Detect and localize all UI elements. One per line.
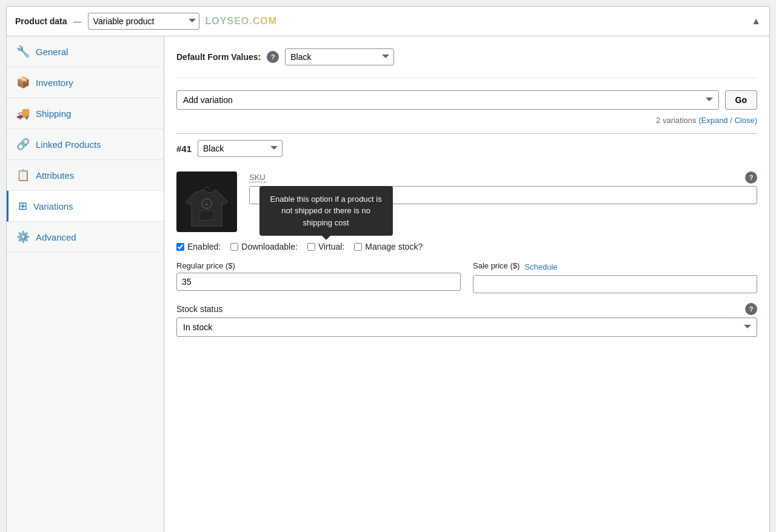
virtual-checkbox[interactable] — [307, 243, 315, 251]
default-form-values-row: Default Form Values: ? Black White Red — [176, 48, 757, 78]
sidebar-item-linked-products[interactable]: 🔗 Linked Products — [7, 129, 164, 160]
sidebar-item-label-linked-products: Linked Products — [36, 139, 101, 150]
stock-status-select[interactable]: In stock Out of stock On backorder — [176, 318, 757, 337]
stock-status-row: Stock status ? In stock Out of stock On … — [176, 303, 757, 337]
sidebar-item-label-variations: Variations — [33, 201, 73, 211]
sidebar-item-attributes[interactable]: 📋 Attributes — [7, 160, 164, 191]
expand-close-link[interactable]: (Expand / Close) — [698, 116, 757, 125]
stock-status-header: Stock status ? — [176, 303, 757, 315]
sidebar-item-general[interactable]: 🔧 General — [7, 36, 164, 67]
shipping-icon: 🚚 — [16, 107, 30, 120]
sale-price-group: Sale price ($) Schedule — [473, 261, 757, 293]
downloadable-checkbox[interactable] — [230, 243, 238, 251]
schedule-link[interactable]: Schedule — [524, 262, 557, 271]
variations-icon: ⊞ — [18, 199, 27, 213]
manage-stock-checkbox-group: Manage stock? — [354, 242, 423, 251]
svg-text:✦: ✦ — [205, 202, 209, 207]
help-icon-sku[interactable]: ? — [745, 171, 757, 184]
link-icon: 🔗 — [16, 138, 30, 151]
enabled-checkbox[interactable] — [176, 243, 184, 251]
regular-price-label: Regular price ($) — [176, 261, 461, 270]
help-icon-dfv[interactable]: ? — [267, 51, 279, 63]
variations-count-row: 2 variations (Expand / Close) — [176, 116, 757, 125]
downloadable-checkbox-group: Downloadable: — [230, 242, 298, 251]
virtual-tooltip: Enable this option if a product is not s… — [259, 186, 393, 236]
tooltip-text: Enable this option if a product is not s… — [270, 195, 381, 227]
downloadable-label[interactable]: Downloadable: — [241, 242, 298, 251]
sidebar-item-label-general: General — [36, 47, 68, 57]
collapse-button[interactable]: ▲ — [751, 16, 761, 27]
variation-header: #41 Black White — [176, 133, 757, 163]
sku-header: SKU ? — [249, 171, 757, 184]
main-content: Default Form Values: ? Black White Red A… — [164, 36, 769, 532]
sidebar: 🔧 General 📦 Inventory 🚚 Shipping 🔗 Linke… — [7, 36, 164, 532]
sidebar-item-label-inventory: Inventory — [36, 78, 73, 88]
add-variation-row: Add variation Add all variations Go — [176, 90, 757, 110]
sidebar-item-advanced[interactable]: ⚙️ Advanced — [7, 222, 164, 253]
sku-label: SKU — [249, 173, 266, 182]
price-row: Regular price ($) Sale price ($) Schedul… — [176, 261, 757, 293]
sidebar-item-shipping[interactable]: 🚚 Shipping — [7, 98, 164, 129]
inventory-icon: 📦 — [16, 76, 30, 89]
variation-color-select[interactable]: Black White — [198, 140, 283, 157]
sale-price-label: Sale price ($) — [473, 261, 520, 270]
sale-price-header: Sale price ($) Schedule — [473, 261, 757, 273]
go-button[interactable]: Go — [725, 90, 757, 110]
sidebar-item-label-shipping: Shipping — [36, 108, 71, 119]
attributes-icon: 📋 — [16, 168, 30, 182]
checkboxes-row: Enabled: Downloadable: Virtual: Enable t… — [176, 242, 757, 251]
regular-price-input[interactable] — [176, 273, 461, 291]
wrench-icon: 🔧 — [16, 45, 30, 58]
sidebar-item-label-advanced: Advanced — [36, 232, 76, 242]
product-type-select[interactable]: Variable product Simple product Grouped … — [88, 13, 199, 30]
stock-status-label: Stock status — [176, 304, 222, 314]
default-form-values-label: Default Form Values: — [176, 52, 261, 62]
manage-stock-checkbox[interactable] — [354, 243, 362, 251]
add-variation-select[interactable]: Add variation Add all variations — [176, 90, 719, 110]
watermark: LOYSEO.COM — [206, 16, 277, 27]
enabled-label[interactable]: Enabled: — [187, 242, 221, 251]
sidebar-item-label-attributes: Attributes — [36, 170, 74, 181]
regular-price-group: Regular price ($) — [176, 261, 461, 291]
product-data-header: Product data — Variable product Simple p… — [7, 7, 769, 36]
sale-price-input[interactable] — [473, 275, 757, 293]
enabled-checkbox-group: Enabled: — [176, 242, 221, 251]
advanced-icon: ⚙️ — [16, 230, 30, 244]
virtual-checkbox-group: Virtual: Enable this option if a product… — [307, 242, 344, 251]
variation-number: #41 — [176, 144, 192, 154]
sidebar-item-inventory[interactable]: 📦 Inventory — [7, 67, 164, 98]
product-data-body: 🔧 General 📦 Inventory 🚚 Shipping 🔗 Linke… — [7, 36, 769, 532]
product-data-dash: — — [73, 16, 82, 26]
manage-stock-label[interactable]: Manage stock? — [365, 242, 423, 251]
help-icon-stock[interactable]: ? — [745, 303, 757, 315]
product-data-title: Product data — [15, 16, 67, 26]
default-form-values-select[interactable]: Black White Red — [285, 48, 394, 65]
variations-count-text: 2 variations — [656, 116, 696, 125]
sidebar-item-variations[interactable]: ⊞ Variations — [7, 191, 164, 222]
variation-image[interactable]: ✦ — [176, 171, 237, 232]
